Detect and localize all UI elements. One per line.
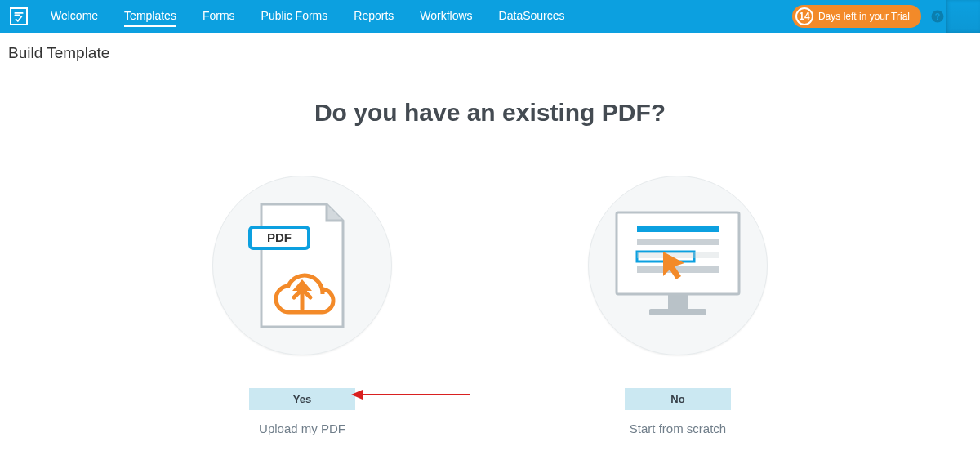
top-navbar: Welcome Templates Forms Public Forms Rep… — [0, 0, 980, 33]
main-nav: Welcome Templates Forms Public Forms Rep… — [51, 6, 565, 27]
upload-caption: Upload my PDF — [259, 422, 345, 435]
trial-days-badge: 14 — [795, 7, 813, 25]
nav-reports[interactable]: Reports — [354, 6, 394, 27]
app-logo-icon[interactable] — [10, 7, 28, 25]
topbar-right: 14 Days left in your Trial ? — [792, 5, 970, 28]
svg-rect-6 — [668, 294, 688, 309]
nav-workflows[interactable]: Workflows — [420, 6, 472, 27]
svg-rect-9 — [637, 239, 719, 245]
nav-public-forms[interactable]: Public Forms — [261, 6, 328, 27]
main-content: Do you have an existing PDF? PDF — [0, 74, 980, 435]
svg-text:?: ? — [935, 11, 940, 21]
option-start-scratch: No Start from scratch — [588, 176, 768, 435]
nav-datasources[interactable]: DataSources — [499, 6, 565, 27]
pdf-badge-text: PDF — [267, 230, 292, 244]
side-panel-stub — [946, 0, 980, 33]
nav-templates[interactable]: Templates — [124, 6, 176, 27]
prompt-title: Do you have an existing PDF? — [0, 99, 980, 127]
option-upload-pdf: PDF Yes Upload my PDF — [212, 176, 392, 435]
annotation-arrow-icon — [351, 388, 470, 401]
svg-rect-8 — [637, 226, 719, 232]
upload-pdf-illustration: PDF — [212, 176, 392, 355]
scratch-illustration — [588, 176, 768, 355]
svg-rect-7 — [649, 309, 706, 315]
no-button[interactable]: No — [625, 388, 731, 410]
svg-rect-11 — [637, 252, 719, 258]
nav-forms[interactable]: Forms — [203, 6, 235, 27]
options-row: PDF Yes Upload my PDF — [0, 176, 980, 435]
page-title: Build Template — [8, 44, 109, 61]
trial-label: Days left in your Trial — [818, 11, 910, 22]
nav-welcome[interactable]: Welcome — [51, 6, 98, 27]
scratch-caption: Start from scratch — [630, 422, 726, 435]
trial-pill[interactable]: 14 Days left in your Trial — [792, 5, 921, 28]
yes-button[interactable]: Yes — [249, 388, 355, 410]
page-subheader: Build Template — [0, 33, 980, 74]
help-icon[interactable]: ? — [929, 8, 946, 25]
